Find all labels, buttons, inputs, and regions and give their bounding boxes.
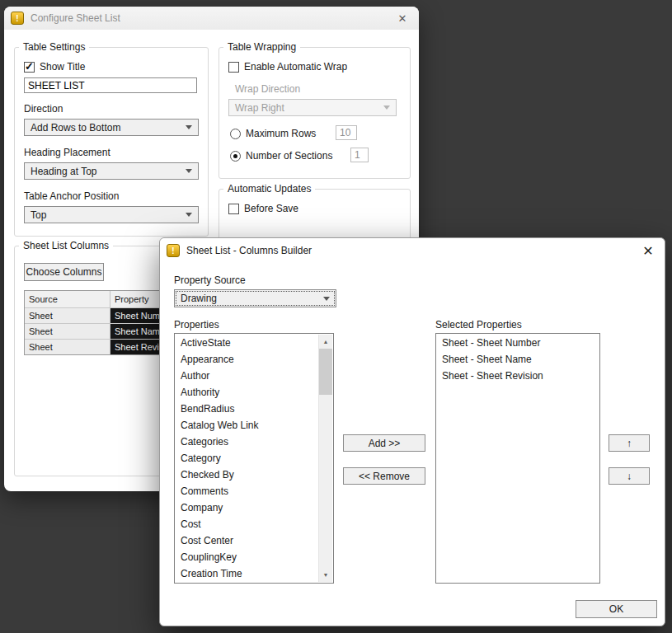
direction-label: Direction	[24, 103, 63, 115]
down-arrow-icon: ↓	[627, 471, 632, 482]
property-list-item[interactable]: CouplingKey	[176, 549, 318, 565]
anchor-position-label: Table Anchor Position	[24, 190, 119, 202]
source-cell: Sheet	[25, 340, 110, 354]
add-button[interactable]: Add >>	[343, 434, 425, 452]
number-of-sections-input[interactable]	[350, 148, 369, 162]
maximum-rows-input[interactable]	[336, 125, 357, 140]
number-of-sections-radio[interactable]: Number of Sections	[230, 150, 332, 162]
property-list-item[interactable]: Catalog Web Link	[176, 417, 318, 434]
builder-dialog-titlebar[interactable]: ! Sheet List - Columns Builder ✕	[160, 238, 665, 263]
property-list-item[interactable]: Categories	[176, 434, 318, 450]
move-down-button[interactable]: ↓	[609, 467, 650, 485]
selected-properties-listbox[interactable]: Sheet - Sheet Number Sheet - Sheet Name …	[435, 333, 600, 584]
heading-placement-dropdown-value: Heading at Top	[31, 166, 97, 177]
maximum-rows-radio[interactable]: Maximum Rows	[230, 128, 316, 139]
selected-property-list-item[interactable]: Sheet - Sheet Number	[437, 335, 599, 351]
anchor-position-dropdown-value: Top	[31, 209, 46, 221]
show-title-label: Show Title	[40, 61, 85, 73]
choose-columns-label: Choose Columns	[26, 266, 101, 278]
heading-placement-dropdown[interactable]: Heading at Top	[24, 162, 199, 180]
choose-columns-button[interactable]: Choose Columns	[24, 263, 104, 281]
checkbox-unchecked-icon	[228, 204, 239, 214]
checkbox-checked-icon	[24, 62, 35, 73]
direction-dropdown-value: Add Rows to Bottom	[31, 122, 120, 134]
selected-property-list-item[interactable]: Sheet - Sheet Name	[437, 351, 599, 368]
ok-button[interactable]: OK	[576, 600, 657, 618]
config-close-button[interactable]: ✕	[392, 12, 412, 25]
column-header-source[interactable]: Source	[25, 291, 110, 307]
app-icon: !	[11, 12, 24, 25]
ok-button-label: OK	[609, 603, 623, 615]
property-list-item[interactable]: Company	[176, 499, 318, 516]
up-arrow-icon: ↑	[627, 438, 632, 449]
remove-button[interactable]: << Remove	[343, 467, 425, 485]
sheet-list-columns-legend: Sheet List Columns	[19, 240, 113, 251]
table-settings-legend: Table Settings	[19, 41, 89, 53]
radio-unselected-icon	[230, 129, 241, 139]
checkbox-unchecked-icon	[228, 62, 239, 73]
selected-property-list-item[interactable]: Sheet - Sheet Revision	[437, 368, 599, 384]
number-of-sections-label: Number of Sections	[246, 150, 332, 162]
desktop: ! Configure Sheet List ✕ Table Settings …	[0, 0, 672, 633]
property-list-item[interactable]: Cost Center	[176, 532, 318, 549]
property-list-item[interactable]: Appearance	[176, 351, 318, 368]
app-icon: !	[167, 244, 180, 257]
chevron-down-icon	[323, 297, 330, 301]
before-save-checkbox[interactable]: Before Save	[228, 203, 298, 214]
config-dialog-title: Configure Sheet List	[31, 12, 120, 24]
source-cell: Sheet	[25, 324, 110, 339]
config-dialog-titlebar[interactable]: ! Configure Sheet List ✕	[4, 7, 419, 30]
property-list-item[interactable]: BendRadius	[176, 401, 318, 417]
before-save-label: Before Save	[244, 203, 298, 214]
property-source-dropdown[interactable]: Drawing	[174, 289, 336, 307]
source-cell: Sheet	[25, 308, 110, 323]
chevron-down-icon	[186, 213, 192, 217]
anchor-position-dropdown[interactable]: Top	[24, 206, 199, 223]
scroll-up-icon: ▲	[323, 339, 329, 345]
direction-dropdown[interactable]: Add Rows to Bottom	[24, 119, 199, 136]
radio-selected-icon	[230, 151, 241, 162]
heading-placement-label: Heading Placement	[24, 147, 110, 158]
property-list-item[interactable]: Comments	[176, 483, 318, 499]
maximum-rows-label: Maximum Rows	[246, 128, 316, 139]
show-title-checkbox[interactable]: Show Title	[24, 61, 85, 73]
property-list-item[interactable]: Author	[176, 368, 318, 384]
builder-close-button[interactable]: ✕	[638, 243, 658, 259]
scroll-down-button[interactable]: ▼	[319, 568, 332, 582]
properties-scrollbar[interactable]: ▲ ▼	[318, 335, 332, 582]
table-wrapping-legend: Table Wrapping	[223, 41, 300, 53]
property-list-item[interactable]: Checked By	[176, 467, 318, 483]
chevron-down-icon	[186, 169, 192, 173]
close-icon: ✕	[398, 12, 407, 25]
scroll-down-icon: ▼	[323, 572, 329, 578]
close-icon: ✕	[642, 244, 653, 258]
property-list-item[interactable]: Creation Time	[176, 565, 318, 582]
wrap-direction-dropdown[interactable]: Wrap Right	[228, 99, 397, 116]
wrap-direction-dropdown-value: Wrap Right	[235, 102, 284, 114]
properties-listbox[interactable]: ActiveState Appearance Author Authority …	[174, 333, 334, 584]
chevron-down-icon	[383, 106, 390, 110]
properties-label: Properties	[174, 319, 219, 331]
property-list-item[interactable]: Authority	[176, 384, 318, 401]
property-list-item[interactable]: ActiveState	[176, 335, 318, 351]
property-list-item[interactable]: Cost	[176, 516, 318, 532]
move-up-button[interactable]: ↑	[609, 434, 650, 452]
columns-builder-dialog: ! Sheet List - Columns Builder ✕ Propert…	[159, 237, 665, 626]
scrollbar-thumb[interactable]	[319, 349, 332, 395]
scroll-up-button[interactable]: ▲	[319, 335, 332, 349]
selected-properties-list: Sheet - Sheet Number Sheet - Sheet Name …	[437, 335, 599, 582]
properties-list: ActiveState Appearance Author Authority …	[176, 335, 318, 582]
app-icon-glyph: !	[172, 246, 174, 256]
property-source-label: Property Source	[174, 274, 246, 286]
chevron-down-icon	[186, 125, 192, 129]
table-title-input[interactable]	[24, 77, 197, 93]
property-source-dropdown-value: Drawing	[181, 293, 217, 304]
automatic-updates-legend: Automatic Updates	[223, 183, 315, 195]
property-list-item[interactable]: Category	[176, 450, 318, 467]
app-icon-glyph: !	[16, 14, 18, 23]
wrap-direction-label: Wrap Direction	[235, 83, 300, 95]
selected-properties-label: Selected Properties	[435, 319, 522, 331]
add-button-label: Add >>	[369, 438, 401, 449]
enable-wrap-checkbox[interactable]: Enable Automatic Wrap	[228, 61, 347, 73]
builder-dialog-title: Sheet List - Columns Builder	[186, 245, 312, 256]
